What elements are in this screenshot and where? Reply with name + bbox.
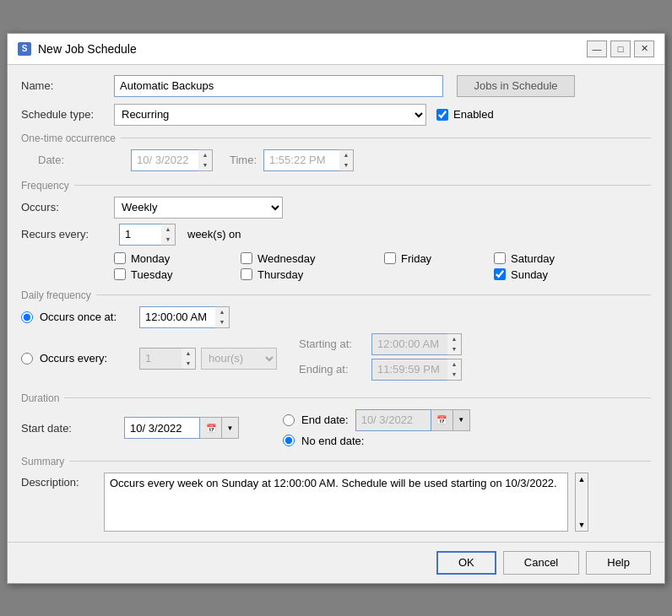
days-grid: Monday Wednesday Friday Saturday Tuesday	[114, 252, 651, 281]
occurs-every-arrows: ▲ ▼	[182, 348, 196, 370]
name-input[interactable]	[114, 75, 443, 97]
minimize-button[interactable]: —	[587, 41, 607, 57]
form-content: Name: Jobs in Schedule Schedule type: Re…	[8, 65, 664, 542]
enabled-checkbox[interactable]	[436, 109, 448, 121]
scrollbar-down[interactable]: ▼	[578, 521, 586, 529]
friday-check: Friday	[384, 252, 494, 265]
starting-at-down[interactable]: ▼	[447, 344, 461, 354]
occurs-once-label: Occurs once at:	[40, 311, 133, 323]
ending-at-up[interactable]: ▲	[447, 359, 461, 370]
ending-at-down[interactable]: ▼	[447, 370, 461, 380]
duration-section-label: Duration	[21, 392, 651, 404]
occurs-once-arrows: ▲ ▼	[215, 306, 230, 328]
start-date-calendar-btn[interactable]: 📅	[200, 417, 222, 439]
start-date-label: Start date:	[21, 422, 114, 435]
daily-frequency-label: Daily frequency	[21, 289, 91, 301]
summary-section-label: Summary	[21, 456, 651, 467]
date-up-arrow[interactable]: ▲	[198, 150, 212, 160]
sunday-checkbox[interactable]	[494, 268, 506, 280]
occurs-once-radio[interactable]	[21, 311, 33, 323]
maximize-button[interactable]: □	[610, 41, 631, 57]
duration-row: Start date: 📅 ▼ End date: 📅 ▼	[21, 409, 651, 447]
occurs-once-row: Occurs once at: ▲ ▼	[21, 306, 651, 328]
occurs-label: Occurs:	[21, 201, 114, 213]
cancel-button[interactable]: Cancel	[503, 551, 579, 575]
frequency-label: Frequency	[21, 180, 69, 192]
wednesday-label: Wednesday	[257, 252, 315, 265]
occurs-every-input[interactable]	[139, 348, 182, 370]
starting-at-input[interactable]	[371, 333, 447, 355]
start-date-spinner: 📅 ▼	[124, 417, 239, 439]
no-end-date-row: No end date:	[283, 435, 470, 447]
date-down-arrow[interactable]: ▼	[198, 160, 212, 170]
occurs-every-label: Occurs every:	[40, 352, 133, 365]
frequency-section: Occurs: Weekly Recurs every: ▲ ▼ week(s)…	[21, 197, 651, 281]
end-date-radio[interactable]	[283, 414, 295, 426]
scrollbar-up[interactable]: ▲	[578, 475, 586, 484]
end-date-calendar-btn[interactable]: 📅	[431, 409, 453, 431]
recurs-every-label: Recurs every:	[21, 228, 114, 240]
monday-label: Monday	[131, 252, 170, 265]
duration-section: Start date: 📅 ▼ End date: 📅 ▼	[21, 409, 651, 447]
friday-checkbox[interactable]	[384, 252, 396, 264]
starting-at-up[interactable]: ▲	[447, 334, 461, 344]
tuesday-check: Tuesday	[114, 268, 241, 281]
time-arrows: ▲ ▼	[339, 149, 354, 171]
recurs-down-arrow[interactable]: ▼	[161, 235, 175, 245]
jobs-in-schedule-button[interactable]: Jobs in Schedule	[457, 75, 575, 97]
summary-line	[69, 461, 651, 462]
recurs-every-input[interactable]	[119, 224, 161, 246]
tuesday-checkbox[interactable]	[114, 268, 126, 280]
close-button[interactable]: ✕	[634, 41, 654, 57]
enabled-label: Enabled	[453, 108, 494, 121]
time-up-arrow[interactable]: ▲	[339, 150, 353, 160]
start-date-dropdown-btn[interactable]: ▼	[222, 417, 239, 439]
thursday-checkbox[interactable]	[241, 268, 252, 280]
recurs-up-arrow[interactable]: ▲	[161, 224, 175, 235]
help-button[interactable]: Help	[586, 551, 651, 575]
recurs-arrows: ▲ ▼	[161, 224, 176, 246]
end-date-row: End date: 📅 ▼	[283, 409, 470, 431]
daily-frequency-section-label: Daily frequency	[21, 289, 651, 301]
end-date-dropdown-btn[interactable]: ▼	[453, 409, 470, 431]
section-line	[121, 138, 651, 138]
occurs-every-up[interactable]: ▲	[182, 349, 195, 359]
frequency-section-label: Frequency	[21, 180, 651, 192]
name-label: Name:	[21, 79, 114, 92]
no-end-date-radio[interactable]	[283, 435, 295, 446]
date-input[interactable]	[131, 149, 198, 171]
monday-checkbox[interactable]	[114, 252, 126, 264]
starting-at-label: Starting at:	[299, 338, 366, 350]
occurs-every-down[interactable]: ▼	[182, 359, 195, 369]
ending-at-arrows: ▲ ▼	[447, 359, 462, 381]
hours-select[interactable]: hour(s)	[201, 348, 277, 370]
description-textarea[interactable]: Occurs every week on Sunday at 12:00:00 …	[104, 473, 568, 532]
friday-label: Friday	[401, 252, 431, 265]
name-row: Name: Jobs in Schedule	[21, 75, 651, 97]
frequency-line	[74, 185, 651, 186]
end-date-input[interactable]	[355, 409, 431, 431]
title-controls: — □ ✕	[587, 41, 654, 57]
starting-at-spinner: ▲ ▼	[371, 333, 462, 355]
occurs-select[interactable]: Weekly	[114, 197, 283, 219]
occurs-once-up[interactable]: ▲	[215, 307, 229, 317]
schedule-type-select[interactable]: Recurring	[114, 104, 426, 126]
occurs-once-down[interactable]: ▼	[215, 317, 229, 327]
schedule-type-row: Schedule type: Recurring Enabled	[21, 104, 651, 126]
summary-label: Summary	[21, 456, 64, 467]
time-input[interactable]	[263, 149, 339, 171]
daily-freq-line	[96, 294, 651, 295]
start-date-input[interactable]	[124, 417, 200, 439]
occurs-once-input[interactable]	[139, 306, 215, 328]
saturday-checkbox[interactable]	[494, 252, 506, 264]
wednesday-checkbox[interactable]	[241, 252, 252, 264]
description-scrollbar: ▲ ▼	[575, 473, 588, 532]
ending-at-input[interactable]	[371, 359, 447, 381]
occurs-every-radio[interactable]	[21, 353, 33, 365]
sunday-check: Sunday	[494, 268, 604, 281]
no-end-date-label: No end date:	[301, 435, 364, 447]
ok-button[interactable]: OK	[436, 551, 496, 575]
time-down-arrow[interactable]: ▼	[339, 160, 353, 170]
one-time-label: One-time occurrence	[21, 132, 116, 144]
starting-ending: Starting at: ▲ ▼ Ending at:	[299, 333, 462, 384]
